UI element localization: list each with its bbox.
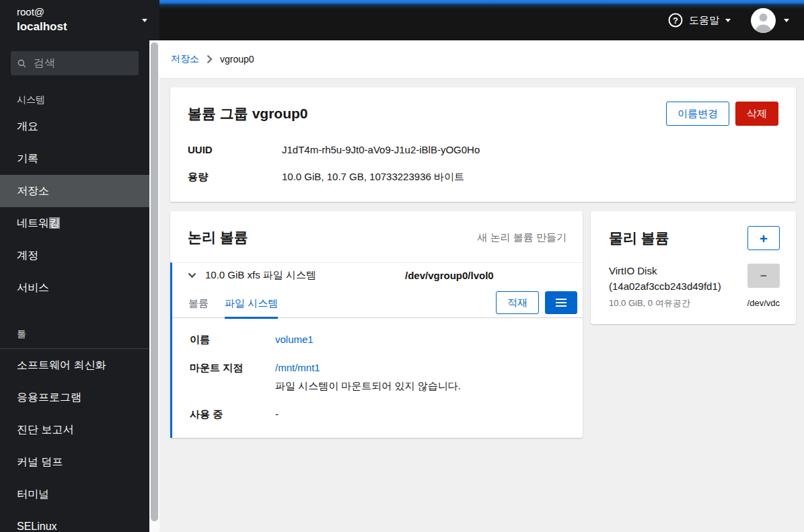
logical-volumes-header: 논리 볼륨 새 논리 볼륨 만들기 <box>170 211 583 262</box>
breadcrumb-current: vgroup0 <box>220 54 254 65</box>
networking-label-highlight: 킹 <box>49 217 60 229</box>
volume-tab-bar: 볼륨 파일 시스템 적재 <box>172 288 583 318</box>
uuid-label: UUID <box>188 143 282 158</box>
sidebar-item-overview[interactable]: 개요 <box>0 110 149 143</box>
sidebar-item-terminal[interactable]: 터미널 <box>0 478 149 510</box>
search-icon <box>17 59 26 69</box>
help-menu[interactable]: ? 도움말 <box>668 13 731 28</box>
nav-section-system: 시스템 개요 기록 저장소 네트워킹 계정 서비스 <box>0 86 149 304</box>
menu-icon <box>556 302 567 303</box>
host-switcher[interactable]: root@ localhost <box>0 0 159 40</box>
physical-volume-info: VirtIO Disk (14a02af3ccb243d49fd1) 10.0 … <box>609 264 747 309</box>
sidebar-item-kernel-dump[interactable]: 커널 덤프 <box>0 446 149 478</box>
sidebar-search <box>11 51 139 75</box>
usage-label: 사용 중 <box>190 407 275 421</box>
scrollbar-thumb[interactable] <box>151 42 158 521</box>
volume-actions: 적재 <box>496 291 577 314</box>
main-content: 저장소 vgroup0 볼륨 그룹 vgroup0 이름변경 삭제 UUID J… <box>159 40 804 532</box>
user-icon <box>751 8 776 33</box>
masthead: root@ localhost ? 도움말 <box>0 0 804 40</box>
sidebar-scrollbar[interactable] <box>149 40 159 532</box>
sidebar-item-applications[interactable]: 응용프로그램 <box>0 381 149 414</box>
disk-name-link[interactable]: VirtIO Disk (14a02af3ccb243d49fd1) <box>609 264 742 294</box>
sidebar-item-label: 개요 <box>17 120 38 134</box>
sidebar-item-diagnostic-reports[interactable]: 진단 보고서 <box>0 414 149 446</box>
session-menu[interactable] <box>751 8 793 33</box>
chevron-down-icon <box>725 19 731 22</box>
logical-volume-row[interactable]: 10.0 GiB xfs 파일 시스템 /dev/vgroup0/lvol0 <box>172 263 583 288</box>
host-label: root@ localhost <box>17 5 142 34</box>
mount-point-value-group: /mnt/mnt1 파일 시스템이 마운트되어 있지 않습니다. <box>275 360 461 393</box>
mount-point-link[interactable]: /mnt/mnt1 <box>275 362 320 373</box>
capacity-row: 용량 10.0 GiB, 10.7 GB, 10733223936 바이트 <box>188 169 778 185</box>
sidebar-item-networking[interactable]: 네트워킹 <box>0 207 149 239</box>
volume-device: /dev/vgroup0/lvol0 <box>405 270 494 281</box>
page-title: 볼륨 그룹 vgroup0 <box>188 104 308 123</box>
chevron-right-icon <box>207 54 213 64</box>
masthead-accent-line <box>159 0 804 9</box>
host-user: root@ <box>17 5 142 19</box>
sidebar: 시스템 개요 기록 저장소 네트워킹 계정 서비스 툴 소프트웨어 최신화 응용… <box>0 40 149 532</box>
sidebar-item-software-updates[interactable]: 소프트웨어 최신화 <box>0 349 149 381</box>
sidebar-item-accounts[interactable]: 계정 <box>0 239 149 272</box>
tab-filesystem[interactable]: 파일 시스템 <box>225 288 278 318</box>
capacity-value: 10.0 GiB, 10.7 GB, 10733223936 바이트 <box>282 169 464 185</box>
sidebar-item-label: 서비스 <box>17 281 49 295</box>
sidebar-item-label: 네트워킹 <box>17 217 60 231</box>
chevron-down-icon <box>188 272 196 278</box>
breadcrumb-storage-link[interactable]: 저장소 <box>171 53 199 65</box>
nav-section-title: 시스템 <box>0 86 149 110</box>
sidebar-item-label: 기록 <box>17 152 38 166</box>
logical-volume-expanded: 10.0 GiB xfs 파일 시스템 /dev/vgroup0/lvol0 볼… <box>170 262 583 438</box>
chevron-down-icon <box>784 19 789 22</box>
disk-meta: 10.0 GiB, 0 여유공간 <box>609 297 742 309</box>
name-row: 이름 volume1 <box>190 332 565 346</box>
usage-value: - <box>275 407 279 421</box>
delete-button[interactable]: 삭제 <box>735 102 778 126</box>
add-physical-volume-button[interactable]: + <box>747 226 780 250</box>
chevron-down-icon <box>142 19 147 22</box>
create-logical-volume-button[interactable]: 새 논리 볼륨 만들기 <box>477 231 567 244</box>
sidebar-item-label: 진단 보고서 <box>17 423 73 437</box>
mount-button[interactable]: 적재 <box>496 291 539 314</box>
usage-row: 사용 중 - <box>190 407 565 421</box>
sidebar-item-logs[interactable]: 기록 <box>0 143 149 175</box>
masthead-toolbar: ? 도움말 <box>159 0 804 40</box>
tab-volume[interactable]: 볼륨 <box>188 288 209 318</box>
mount-point-label: 마운트 지점 <box>190 360 275 393</box>
networking-label-prefix: 네트워 <box>17 217 49 229</box>
nav-section-tools: 툴 소프트웨어 최신화 응용프로그램 진단 보고서 커널 덤프 터미널 SELi… <box>0 320 149 532</box>
sidebar-item-label: SELinux <box>17 521 57 532</box>
physical-volumes-header: 물리 볼륨 + <box>591 211 796 261</box>
uuid-row: UUID J1dT4m-rh5u-9Jt0-aVo9-J1u2-iBlB-yOG… <box>188 143 778 158</box>
physical-volumes-card: 물리 볼륨 + VirtIO Disk (14a02af3ccb243d49fd… <box>591 211 796 324</box>
rename-button[interactable]: 이름변경 <box>666 102 729 126</box>
name-label: 이름 <box>190 332 275 346</box>
physical-volume-item: VirtIO Disk (14a02af3ccb243d49fd1) 10.0 … <box>591 261 796 324</box>
sidebar-item-storage[interactable]: 저장소 <box>0 175 149 207</box>
disk-device: /dev/vdc <box>747 298 780 308</box>
sidebar-item-selinux[interactable]: SELinux <box>0 510 149 532</box>
help-label: 도움말 <box>689 14 719 27</box>
help-icon: ? <box>668 13 683 28</box>
breadcrumb: 저장소 vgroup0 <box>159 40 804 79</box>
search-input[interactable] <box>32 56 132 70</box>
filesystem-name-link[interactable]: volume1 <box>275 332 314 346</box>
sidebar-item-services[interactable]: 서비스 <box>0 272 149 304</box>
sidebar-item-label: 터미널 <box>17 488 49 502</box>
uuid-value: J1dT4m-rh5u-9Jt0-aVo9-J1u2-iBlB-yOG0Ho <box>282 143 480 158</box>
filesystem-details: 이름 volume1 마운트 지점 /mnt/mnt1 파일 시스템이 마운트되… <box>172 318 583 438</box>
volume-menu-button[interactable] <box>545 291 577 314</box>
sidebar-item-label: 계정 <box>17 249 38 263</box>
mount-point-row: 마운트 지점 /mnt/mnt1 파일 시스템이 마운트되어 있지 않습니다. <box>190 360 565 393</box>
host-name: localhost <box>17 20 142 35</box>
physical-volumes-title: 물리 볼륨 <box>609 229 669 248</box>
remove-physical-volume-button[interactable]: − <box>747 264 780 288</box>
sidebar-item-label: 저장소 <box>17 184 49 198</box>
svg-text:?: ? <box>673 15 678 26</box>
sidebar-item-label: 응용프로그램 <box>17 391 81 405</box>
logical-volumes-card: 논리 볼륨 새 논리 볼륨 만들기 10.0 GiB xfs 파일 시스템 /d… <box>170 211 583 438</box>
sidebar-item-label: 소프트웨어 최신화 <box>17 358 106 373</box>
avatar <box>751 8 776 33</box>
sidebar-item-label: 커널 덤프 <box>17 455 63 469</box>
